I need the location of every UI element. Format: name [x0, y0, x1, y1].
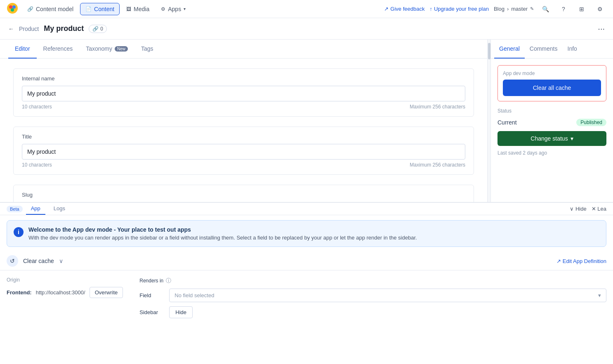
- status-badge: Published: [576, 119, 606, 126]
- tab-taxonomy[interactable]: Taxonomy New: [79, 40, 134, 59]
- apps-chevron-icon: ▾: [184, 7, 186, 11]
- internal-name-max: Maximum 256 characters: [410, 104, 465, 110]
- help-button[interactable]: ?: [557, 2, 570, 16]
- media-icon: 🖼: [126, 6, 131, 12]
- internal-name-meta: 10 characters Maximum 256 characters: [22, 104, 465, 110]
- tab-editor[interactable]: Editor: [8, 40, 37, 59]
- cache-row: ↺ Clear cache ∨ ↗ Edit App Definition: [0, 252, 613, 270]
- cache-icon: ↺: [7, 255, 18, 267]
- back-button[interactable]: ←: [8, 26, 14, 32]
- status-current: Current: [497, 119, 517, 126]
- hide-button[interactable]: ∨ Hide: [570, 206, 586, 212]
- overwrite-button[interactable]: Overwrite: [90, 287, 123, 298]
- media-nav[interactable]: 🖼 Media: [121, 3, 154, 15]
- origin-section: Origin Frontend: http://localhost:3000/ …: [7, 277, 123, 298]
- internal-name-input[interactable]: [22, 86, 465, 101]
- internal-name-char-count: 10 characters: [22, 104, 52, 110]
- bottom-tab-app[interactable]: App: [26, 203, 45, 215]
- renders-in-label: Renders in ⓘ: [139, 277, 606, 284]
- slug-label: Slug: [22, 192, 465, 198]
- title-max: Maximum 256 characters: [410, 162, 465, 168]
- field-select-chevron: ▾: [598, 292, 601, 298]
- upgrade-link[interactable]: ↑ Upgrade your free plan: [429, 6, 488, 12]
- config-row: Origin Frontend: http://localhost:3000/ …: [0, 270, 613, 326]
- cache-chevron-icon[interactable]: ∨: [59, 258, 63, 264]
- title-meta: 10 characters Maximum 256 characters: [22, 162, 465, 168]
- frontend-value: http://localhost:3000/: [36, 289, 85, 296]
- scrollbar-track[interactable]: [488, 40, 491, 202]
- external-link-icon: ↗: [556, 258, 561, 264]
- title-field-group: Title 10 characters Maximum 256 characte…: [13, 127, 474, 175]
- field-render-row: Field No field selected ▾: [139, 289, 606, 302]
- field-select[interactable]: No field selected ▾: [169, 289, 606, 302]
- info-icon: i: [14, 227, 24, 237]
- sidebar-render-row: Sidebar Hide: [139, 306, 606, 318]
- status-row: Current Published: [497, 119, 606, 126]
- feedback-icon: ↗: [384, 6, 389, 12]
- fields-container: Internal name 10 characters Maximum 256 …: [0, 59, 487, 202]
- chevron-down-icon: ▾: [571, 135, 573, 142]
- status-section: Status Current Published Change status ▾…: [497, 108, 606, 156]
- links-badge[interactable]: 🔗 0: [89, 25, 107, 33]
- svg-point-2: [12, 5, 16, 9]
- view-button[interactable]: ⊞: [575, 2, 588, 16]
- field-select-value: No field selected: [174, 292, 214, 298]
- svg-point-3: [11, 8, 14, 12]
- chevron-down-icon: ∨: [570, 206, 574, 212]
- renders-section: Renders in ⓘ Field No field selected ▾ S…: [139, 277, 606, 322]
- entry-breadcrumb: Product: [19, 26, 39, 32]
- entry-title: My product: [44, 24, 84, 33]
- close-icon: ✕: [592, 206, 596, 212]
- change-status-button[interactable]: Change status ▾: [497, 131, 606, 146]
- search-button[interactable]: 🔍: [539, 2, 552, 16]
- status-label: Status: [497, 108, 606, 114]
- clear-all-cache-button[interactable]: Clear all cache: [503, 80, 601, 96]
- bottom-panel: Beta App Logs ∨ Hide ✕ Lea i Welcome to …: [0, 202, 613, 301]
- link-icon: 🔗: [27, 6, 33, 12]
- tab-info[interactable]: Info: [563, 40, 582, 59]
- welcome-title: Welcome to the App dev mode - Your place…: [28, 226, 417, 233]
- settings-button[interactable]: ⚙: [593, 2, 606, 16]
- edit-branch-icon: ✎: [530, 6, 534, 12]
- link-icon: 🔗: [92, 26, 99, 32]
- sidebar-tabs: General Comments Info: [491, 40, 613, 59]
- internal-name-label: Internal name: [22, 75, 465, 82]
- top-nav: 🔗 Content model 📄 Content 🖼 Media ⚙ Apps…: [0, 0, 613, 18]
- edit-app-definition-link[interactable]: ↗ Edit App Definition: [556, 258, 606, 264]
- nav-right: ↗ Give feedback ↑ Upgrade your free plan…: [384, 2, 606, 16]
- new-badge: New: [115, 46, 128, 52]
- app-dev-label: App dev mode: [503, 70, 601, 76]
- apps-nav[interactable]: ⚙ Apps ▾: [156, 3, 191, 15]
- give-feedback-link[interactable]: ↗ Give feedback: [384, 6, 424, 12]
- welcome-description: With the dev mode you can render apps in…: [28, 235, 417, 241]
- entry-header: ← Product My product 🔗 0 ···: [0, 18, 613, 40]
- tab-general[interactable]: General: [494, 40, 525, 59]
- content-nav[interactable]: 📄 Content: [80, 3, 120, 15]
- app-dev-section: App dev mode Clear all cache: [497, 65, 606, 101]
- editor-area: Editor References Taxonomy New Tags Inte…: [0, 40, 488, 202]
- sidebar-hide-button[interactable]: Hide: [169, 306, 193, 318]
- editor-tabs: Editor References Taxonomy New Tags: [0, 40, 487, 59]
- clear-cache-label: Clear cache: [23, 258, 54, 264]
- renders-info-icon[interactable]: ⓘ: [166, 277, 171, 284]
- beta-badge: Beta: [7, 206, 23, 212]
- tab-references[interactable]: References: [37, 40, 80, 59]
- internal-name-field-group: Internal name 10 characters Maximum 256 …: [13, 68, 474, 117]
- title-input[interactable]: [22, 144, 465, 160]
- apps-icon: ⚙: [161, 6, 165, 12]
- tab-tags[interactable]: Tags: [134, 40, 160, 59]
- welcome-content: Welcome to the App dev mode - Your place…: [28, 226, 417, 241]
- main-layout: Editor References Taxonomy New Tags Inte…: [0, 40, 613, 202]
- sidebar-content: App dev mode Clear all cache Status Curr…: [491, 59, 613, 162]
- close-panel-button[interactable]: ✕ Lea: [592, 206, 606, 212]
- tab-comments[interactable]: Comments: [525, 40, 563, 59]
- origin-label: Origin: [7, 277, 123, 283]
- more-button[interactable]: ···: [598, 24, 605, 33]
- bottom-tab-actions: ∨ Hide ✕ Lea: [570, 206, 606, 212]
- sidebar: General Comments Info App dev mode Clear…: [491, 40, 613, 202]
- svg-point-1: [9, 5, 12, 9]
- bottom-tab-logs[interactable]: Logs: [49, 203, 70, 215]
- content-model-nav[interactable]: 🔗 Content model: [22, 3, 78, 15]
- last-saved: Last saved 2 days ago: [497, 150, 606, 156]
- slug-field-group: Slug: [13, 185, 474, 202]
